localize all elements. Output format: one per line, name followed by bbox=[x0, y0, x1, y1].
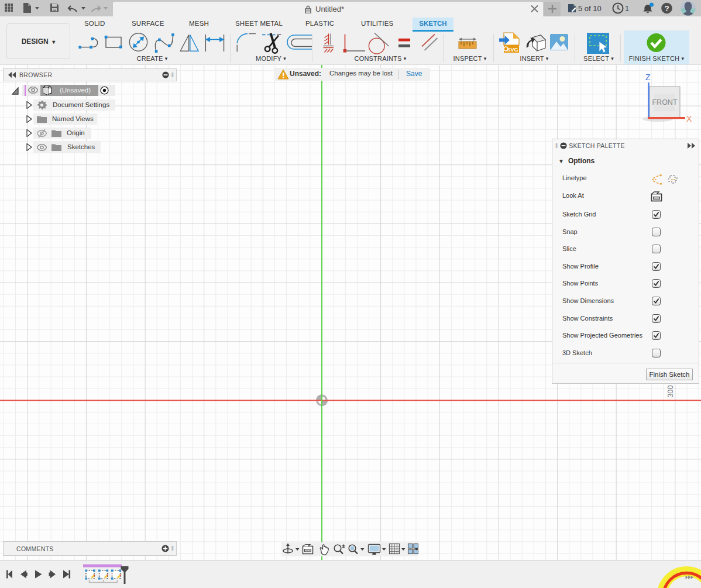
svg-text:5 of 10: 5 of 10 bbox=[578, 4, 602, 13]
svg-text:1: 1 bbox=[625, 4, 629, 13]
svg-text:FRONT: FRONT bbox=[652, 98, 677, 106]
svg-text:Z: Z bbox=[645, 73, 651, 82]
svg-text:300: 300 bbox=[666, 385, 675, 398]
svg-text:X: X bbox=[686, 114, 692, 123]
svg-text:SVG: SVG bbox=[507, 47, 518, 53]
svg-text:?: ? bbox=[664, 4, 669, 13]
svg-text:Untitled*: Untitled* bbox=[315, 5, 344, 13]
